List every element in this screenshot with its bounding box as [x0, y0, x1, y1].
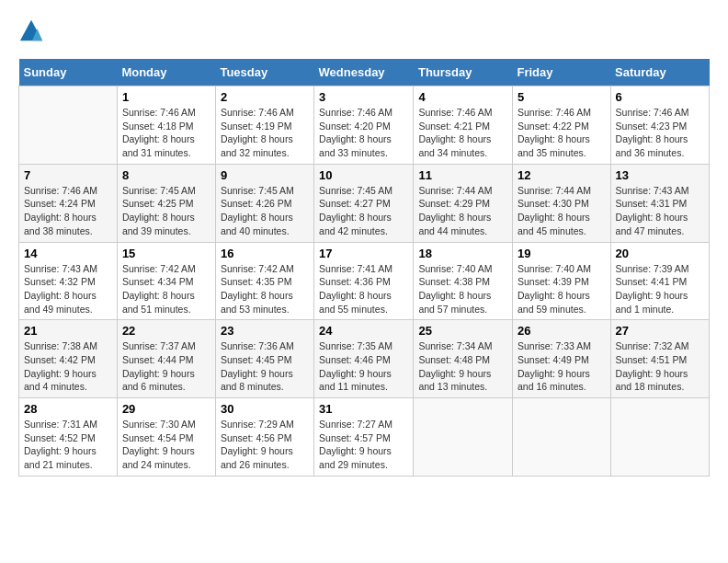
calendar-cell: 13Sunrise: 7:43 AM Sunset: 4:31 PM Dayli… — [610, 164, 709, 242]
calendar-week-row: 28Sunrise: 7:31 AM Sunset: 4:52 PM Dayli… — [19, 398, 710, 477]
calendar-cell: 17Sunrise: 7:41 AM Sunset: 4:36 PM Dayli… — [314, 242, 414, 320]
calendar-cell: 27Sunrise: 7:32 AM Sunset: 4:51 PM Dayli… — [610, 320, 709, 398]
calendar-cell — [414, 398, 513, 477]
day-number: 1 — [122, 90, 210, 104]
day-number: 13 — [616, 168, 704, 182]
day-number: 20 — [616, 247, 704, 260]
calendar-cell: 24Sunrise: 7:35 AM Sunset: 4:46 PM Dayli… — [314, 320, 414, 398]
day-info: Sunrise: 7:36 AM Sunset: 4:45 PM Dayligh… — [221, 339, 309, 394]
day-info: Sunrise: 7:46 AM Sunset: 4:23 PM Dayligh… — [616, 106, 704, 160]
column-header-wednesday: Wednesday — [314, 59, 414, 86]
day-number: 29 — [122, 402, 210, 416]
day-info: Sunrise: 7:43 AM Sunset: 4:32 PM Dayligh… — [24, 262, 112, 316]
day-info: Sunrise: 7:46 AM Sunset: 4:18 PM Dayligh… — [122, 106, 210, 160]
day-number: 9 — [221, 168, 309, 182]
day-info: Sunrise: 7:46 AM Sunset: 4:20 PM Dayligh… — [319, 106, 408, 160]
calendar-cell: 20Sunrise: 7:39 AM Sunset: 4:41 PM Dayli… — [610, 242, 709, 320]
logo — [18, 18, 48, 44]
day-info: Sunrise: 7:33 AM Sunset: 4:49 PM Dayligh… — [518, 339, 606, 394]
day-number: 21 — [24, 324, 112, 338]
day-info: Sunrise: 7:40 AM Sunset: 4:39 PM Dayligh… — [518, 262, 606, 316]
day-number: 19 — [518, 247, 606, 260]
day-number: 18 — [418, 247, 507, 260]
column-header-friday: Friday — [513, 59, 611, 86]
column-header-monday: Monday — [117, 59, 215, 86]
calendar-cell: 10Sunrise: 7:45 AM Sunset: 4:27 PM Dayli… — [314, 164, 414, 242]
day-info: Sunrise: 7:46 AM Sunset: 4:24 PM Dayligh… — [24, 184, 112, 238]
calendar-cell: 1Sunrise: 7:46 AM Sunset: 4:18 PM Daylig… — [117, 86, 215, 165]
column-header-saturday: Saturday — [610, 59, 709, 86]
day-info: Sunrise: 7:34 AM Sunset: 4:48 PM Dayligh… — [418, 339, 507, 394]
day-number: 5 — [518, 90, 606, 104]
calendar-table: SundayMondayTuesdayWednesdayThursdayFrid… — [18, 59, 710, 477]
day-number: 28 — [24, 402, 112, 416]
calendar-cell: 31Sunrise: 7:27 AM Sunset: 4:57 PM Dayli… — [314, 398, 414, 477]
calendar-cell: 8Sunrise: 7:45 AM Sunset: 4:25 PM Daylig… — [117, 164, 215, 242]
day-number: 15 — [122, 247, 210, 260]
calendar-cell: 5Sunrise: 7:46 AM Sunset: 4:22 PM Daylig… — [513, 86, 611, 165]
day-number: 30 — [221, 402, 309, 416]
calendar-cell — [513, 398, 611, 477]
calendar-cell: 9Sunrise: 7:45 AM Sunset: 4:26 PM Daylig… — [215, 164, 313, 242]
calendar-header-row: SundayMondayTuesdayWednesdayThursdayFrid… — [19, 59, 710, 86]
column-header-tuesday: Tuesday — [215, 59, 313, 86]
calendar-cell: 15Sunrise: 7:42 AM Sunset: 4:34 PM Dayli… — [117, 242, 215, 320]
calendar-cell: 3Sunrise: 7:46 AM Sunset: 4:20 PM Daylig… — [314, 86, 414, 165]
calendar-week-row: 21Sunrise: 7:38 AM Sunset: 4:42 PM Dayli… — [19, 320, 710, 398]
day-info: Sunrise: 7:29 AM Sunset: 4:56 PM Dayligh… — [221, 418, 309, 472]
calendar-cell: 30Sunrise: 7:29 AM Sunset: 4:56 PM Dayli… — [215, 398, 313, 477]
day-number: 4 — [418, 90, 507, 104]
calendar-cell: 25Sunrise: 7:34 AM Sunset: 4:48 PM Dayli… — [414, 320, 513, 398]
calendar-cell: 21Sunrise: 7:38 AM Sunset: 4:42 PM Dayli… — [19, 320, 118, 398]
day-info: Sunrise: 7:46 AM Sunset: 4:21 PM Dayligh… — [418, 106, 507, 160]
day-number: 12 — [518, 168, 606, 182]
day-info: Sunrise: 7:45 AM Sunset: 4:26 PM Dayligh… — [221, 184, 309, 238]
day-number: 2 — [221, 90, 309, 104]
day-info: Sunrise: 7:44 AM Sunset: 4:29 PM Dayligh… — [418, 184, 507, 238]
day-info: Sunrise: 7:42 AM Sunset: 4:35 PM Dayligh… — [221, 262, 309, 316]
day-info: Sunrise: 7:43 AM Sunset: 4:31 PM Dayligh… — [616, 184, 704, 238]
calendar-cell: 29Sunrise: 7:30 AM Sunset: 4:54 PM Dayli… — [117, 398, 215, 477]
calendar-cell — [19, 86, 118, 165]
calendar-cell: 26Sunrise: 7:33 AM Sunset: 4:49 PM Dayli… — [513, 320, 611, 398]
day-info: Sunrise: 7:37 AM Sunset: 4:44 PM Dayligh… — [122, 339, 210, 394]
calendar-cell: 22Sunrise: 7:37 AM Sunset: 4:44 PM Dayli… — [117, 320, 215, 398]
calendar-cell: 11Sunrise: 7:44 AM Sunset: 4:29 PM Dayli… — [414, 164, 513, 242]
calendar-cell: 2Sunrise: 7:46 AM Sunset: 4:19 PM Daylig… — [215, 86, 313, 165]
calendar-cell: 18Sunrise: 7:40 AM Sunset: 4:38 PM Dayli… — [414, 242, 513, 320]
day-info: Sunrise: 7:32 AM Sunset: 4:51 PM Dayligh… — [616, 339, 704, 394]
day-info: Sunrise: 7:42 AM Sunset: 4:34 PM Dayligh… — [122, 262, 210, 316]
day-info: Sunrise: 7:39 AM Sunset: 4:41 PM Dayligh… — [616, 262, 704, 316]
calendar-cell — [610, 398, 709, 477]
day-number: 10 — [319, 168, 408, 182]
calendar-cell: 6Sunrise: 7:46 AM Sunset: 4:23 PM Daylig… — [610, 86, 709, 165]
day-info: Sunrise: 7:27 AM Sunset: 4:57 PM Dayligh… — [319, 418, 408, 472]
day-number: 26 — [518, 324, 606, 338]
calendar-cell: 28Sunrise: 7:31 AM Sunset: 4:52 PM Dayli… — [19, 398, 118, 477]
column-header-thursday: Thursday — [414, 59, 513, 86]
day-number: 11 — [418, 168, 507, 182]
day-info: Sunrise: 7:38 AM Sunset: 4:42 PM Dayligh… — [24, 339, 112, 394]
day-number: 31 — [319, 402, 408, 416]
day-info: Sunrise: 7:30 AM Sunset: 4:54 PM Dayligh… — [122, 418, 210, 472]
day-info: Sunrise: 7:31 AM Sunset: 4:52 PM Dayligh… — [24, 418, 112, 472]
calendar-cell: 23Sunrise: 7:36 AM Sunset: 4:45 PM Dayli… — [215, 320, 313, 398]
calendar-cell: 12Sunrise: 7:44 AM Sunset: 4:30 PM Dayli… — [513, 164, 611, 242]
day-number: 16 — [221, 247, 309, 260]
calendar-week-row: 7Sunrise: 7:46 AM Sunset: 4:24 PM Daylig… — [19, 164, 710, 242]
calendar-cell: 19Sunrise: 7:40 AM Sunset: 4:39 PM Dayli… — [513, 242, 611, 320]
day-info: Sunrise: 7:40 AM Sunset: 4:38 PM Dayligh… — [418, 262, 507, 316]
day-number: 27 — [616, 324, 704, 338]
day-number: 14 — [24, 247, 112, 260]
day-number: 7 — [24, 168, 112, 182]
column-header-sunday: Sunday — [19, 59, 118, 86]
day-info: Sunrise: 7:35 AM Sunset: 4:46 PM Dayligh… — [319, 339, 408, 394]
day-number: 17 — [319, 247, 408, 260]
calendar-week-row: 1Sunrise: 7:46 AM Sunset: 4:18 PM Daylig… — [19, 86, 710, 165]
day-number: 8 — [122, 168, 210, 182]
calendar-cell: 14Sunrise: 7:43 AM Sunset: 4:32 PM Dayli… — [19, 242, 118, 320]
calendar-week-row: 14Sunrise: 7:43 AM Sunset: 4:32 PM Dayli… — [19, 242, 710, 320]
calendar-cell: 16Sunrise: 7:42 AM Sunset: 4:35 PM Dayli… — [215, 242, 313, 320]
day-info: Sunrise: 7:45 AM Sunset: 4:27 PM Dayligh… — [319, 184, 408, 238]
logo-icon — [18, 18, 44, 44]
